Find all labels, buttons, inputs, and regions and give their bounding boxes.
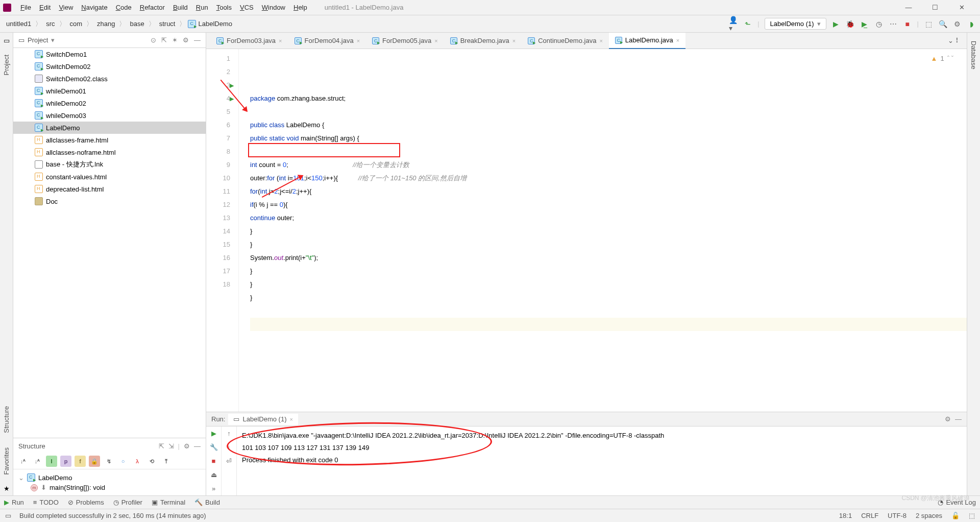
status-icon[interactable]: ▭ [5, 512, 11, 519]
profile-icon[interactable]: ◷ [874, 19, 884, 29]
menu-window[interactable]: Window [258, 2, 289, 13]
project-tool-icon[interactable]: ▭ [4, 37, 10, 44]
collapse-icon[interactable]: ⇲ [168, 442, 174, 450]
run-tool-button[interactable]: ▶Run [4, 499, 24, 506]
run-icon[interactable]: ▶ [831, 19, 841, 29]
readonly-icon[interactable]: 🔓 [951, 512, 960, 519]
problems-tool-button[interactable]: ⊘Problems [68, 499, 104, 506]
tree-item[interactable]: deprecated-list.html [13, 183, 206, 195]
autoscroll2-icon[interactable]: ⤒ [160, 456, 172, 467]
expand-icon[interactable]: ⇱ [159, 442, 164, 450]
shortcuts-icon[interactable]: ◗ [967, 19, 976, 29]
close-icon[interactable]: × [434, 38, 437, 44]
gear-icon[interactable]: ⚙ [183, 36, 189, 44]
anonymous-icon[interactable]: ○ [117, 456, 129, 467]
build-tool-button[interactable]: 🔨Build [194, 499, 220, 506]
ellipsis-icon[interactable]: ⋯ [889, 19, 898, 29]
gear-icon[interactable]: ⚙ [945, 415, 951, 423]
close-button[interactable]: ✕ [954, 4, 969, 11]
editor-tab[interactable]: ContinueDemo.java× [522, 33, 609, 49]
debug-icon[interactable]: 🐞 [846, 19, 855, 29]
coverage-icon[interactable]: ▶̲ [860, 19, 869, 29]
sort-alpha-icon[interactable]: ↓ᴬ [17, 456, 29, 467]
gutter-run-icon[interactable]: ▶ [230, 79, 234, 92]
menu-edit[interactable]: Edit [35, 2, 55, 13]
search-icon[interactable]: 🔍 [938, 19, 947, 29]
lambda-icon[interactable]: λ [132, 456, 143, 467]
menu-build[interactable]: Build [169, 2, 192, 13]
tabs-more-icon[interactable]: ⌄ ⠇ [942, 37, 967, 44]
select-opened-icon[interactable]: ⊙ [151, 36, 156, 44]
editor-code[interactable]: ▲1 ˆ ˇ package com.zhang.base.struct;pub… [239, 49, 967, 412]
inspection-chip[interactable]: ▲1 ˆ ˇ [931, 52, 953, 65]
sort-visibility-icon[interactable]: ↓ᴬ [32, 456, 43, 467]
menu-run[interactable]: Run [192, 2, 212, 13]
caret-position[interactable]: 18:1 [839, 512, 852, 519]
wrench-icon[interactable]: 🔧 [210, 443, 218, 451]
collapse-icon[interactable]: ✶ [172, 36, 178, 44]
crumb[interactable]: zhang [95, 19, 117, 29]
tree-item[interactable]: SwitchDemo02 [13, 60, 206, 73]
structure-tree[interactable]: ⌄ LabelDemo m ⬇ main(String[]): void [13, 469, 206, 495]
structure-class[interactable]: LabelDemo [38, 474, 72, 482]
structure-method[interactable]: main(String[]): void [50, 484, 105, 491]
wrap-icon[interactable]: ⏎ [226, 457, 232, 465]
show-properties-icon[interactable]: p [60, 456, 71, 467]
menu-code[interactable]: Code [112, 2, 136, 13]
encoding[interactable]: UTF-8 [888, 512, 906, 519]
hide-icon[interactable]: — [955, 415, 962, 423]
status-more-icon[interactable]: ⬚ [969, 512, 975, 519]
tree-item[interactable]: SwitchDemo1 [13, 48, 206, 60]
hide-icon[interactable]: — [194, 36, 201, 44]
more-icon[interactable]: » [212, 485, 215, 492]
tree-item[interactable]: whileDemo03 [13, 109, 206, 122]
database-tab[interactable]: Database [970, 37, 977, 74]
menu-help[interactable]: Help [289, 2, 311, 13]
rerun-icon[interactable]: ▶ [211, 430, 216, 437]
tree-item[interactable]: LabelDemo [13, 122, 206, 134]
tree-item[interactable]: Doc [13, 195, 206, 207]
editor-tab[interactable]: BreakDemo.java× [444, 33, 522, 49]
close-icon[interactable]: × [357, 38, 360, 44]
tree-item[interactable]: allclasses-noframe.html [13, 146, 206, 158]
up-icon[interactable]: ↑ [227, 430, 231, 437]
breadcrumb[interactable]: untitled1〉src〉com〉zhang〉base〉struct〉Labe… [4, 19, 232, 29]
stop-icon[interactable]: ■ [212, 457, 216, 465]
close-icon[interactable]: × [599, 38, 602, 44]
user-icon[interactable]: 👤▾ [729, 19, 738, 29]
crumb[interactable]: src [44, 19, 57, 29]
structure-tab[interactable]: Structure [3, 402, 10, 437]
crumb[interactable]: base [128, 19, 146, 29]
menu-file[interactable]: File [16, 2, 35, 13]
menu-vcs[interactable]: VCS [236, 2, 258, 13]
menu-refactor[interactable]: Refactor [136, 2, 169, 13]
close-icon[interactable]: × [279, 38, 282, 44]
terminal-tool-button[interactable]: ▣Terminal [152, 499, 185, 506]
git-icon[interactable]: ⬚ [924, 19, 933, 29]
tree-item[interactable]: whileDemo01 [13, 85, 206, 97]
tree-item[interactable]: allclasses-frame.html [13, 134, 206, 146]
tree-item[interactable]: base - 快捷方式.lnk [13, 158, 206, 171]
maximize-button[interactable]: ☐ [928, 4, 942, 11]
editor-gutter[interactable]: 123▶4▶56789101112131415161718 [206, 49, 239, 412]
hide-icon[interactable]: — [194, 442, 201, 450]
menu-navigate[interactable]: Navigate [77, 2, 111, 13]
expand-icon[interactable]: ⇱ [161, 36, 167, 44]
gear-icon[interactable]: ⚙ [952, 19, 962, 29]
editor-tab[interactable]: ForDemo03.java× [210, 33, 288, 49]
stop-icon[interactable]: ■ [903, 19, 912, 29]
editor-tab[interactable]: ForDemo04.java× [288, 33, 366, 49]
crumb[interactable]: untitled1 [4, 19, 33, 29]
todo-tool-button[interactable]: ≡TODO [33, 499, 59, 506]
crumb-file[interactable]: LabelDemo [188, 20, 232, 28]
show-nonpublic-icon[interactable]: 🔒 [89, 456, 100, 467]
autoscroll-icon[interactable]: ⟲ [146, 456, 157, 467]
show-interface-icon[interactable]: I [46, 456, 57, 467]
run-config-select[interactable]: LabelDemo (1) ▾ [765, 18, 826, 30]
gear-icon[interactable]: ⚙ [184, 442, 190, 450]
crumb[interactable]: struct [157, 19, 178, 29]
indent[interactable]: 2 spaces [916, 512, 942, 519]
project-tab[interactable]: Project [3, 51, 10, 79]
line-sep[interactable]: CRLF [861, 512, 878, 519]
run-tab[interactable]: ▭ LabelDemo (1) × [228, 414, 298, 425]
